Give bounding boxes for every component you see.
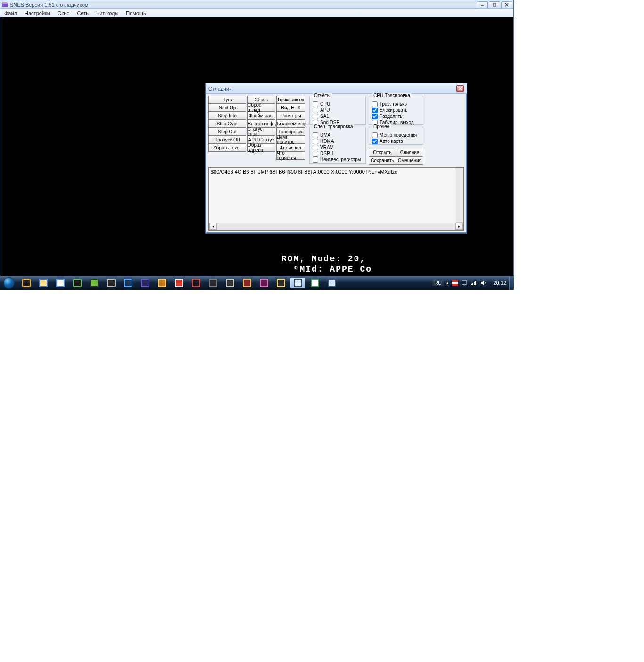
statushelp-button[interactable]: Статус спра. xyxy=(247,128,275,136)
start-button[interactable] xyxy=(0,276,18,290)
addrimage-button[interactable]: Образ адреса xyxy=(247,144,275,152)
gamepad-icon[interactable] xyxy=(206,278,221,288)
utorrent-icon[interactable] xyxy=(307,278,322,288)
emu2-icon[interactable] xyxy=(155,278,170,288)
chk-hdma-box[interactable] xyxy=(313,139,318,144)
chk-automap[interactable]: Авто карта xyxy=(372,138,420,144)
dialog-titlebar[interactable]: Отладчик xyxy=(206,83,467,94)
stepinto-button[interactable]: Step Into xyxy=(208,112,246,120)
minimize-button[interactable] xyxy=(477,1,488,8)
chk-cpu[interactable]: CPU xyxy=(313,101,363,107)
chk-split[interactable]: Разделить xyxy=(372,113,420,119)
reports-legend: Отчёты xyxy=(313,93,332,98)
menu-file[interactable]: Файл xyxy=(0,10,21,16)
chk-block-box[interactable] xyxy=(372,108,378,113)
book-icon[interactable] xyxy=(239,278,255,288)
aimp-icon[interactable] xyxy=(19,278,34,288)
menu-settings[interactable]: Настройки xyxy=(21,10,54,16)
opera-icon[interactable] xyxy=(189,278,204,288)
chk-unkreg[interactable]: Неизвес. регистры xyxy=(313,157,363,163)
dict-icon[interactable] xyxy=(256,278,272,288)
chk-traceonly[interactable]: Трас. только xyxy=(372,101,420,107)
snes-icon-glyph xyxy=(294,279,302,287)
chk-traceonly-box[interactable] xyxy=(372,101,378,107)
dialog-close-button[interactable] xyxy=(456,85,464,92)
run-button[interactable]: Пуск xyxy=(208,96,246,104)
clock[interactable]: 20:12 xyxy=(489,280,506,286)
chk-block[interactable]: Блокировать xyxy=(372,107,420,113)
trace-vscroll[interactable] xyxy=(456,168,463,223)
chk-unkreg-box[interactable] xyxy=(313,157,318,163)
trace-output[interactable]: $00/C496 4C B6 8F JMP $8FB6 [$00:8FB6] A… xyxy=(208,167,464,231)
resetdbg-button[interactable]: Сброс отлад. xyxy=(247,104,275,112)
framecalc-button[interactable]: Фрейм рас. xyxy=(247,112,275,120)
chk-sa1-box[interactable] xyxy=(313,114,318,119)
explorer-icon[interactable] xyxy=(36,278,51,288)
chk-menubeh[interactable]: Меню поведения xyxy=(372,132,420,138)
chk-apu-box[interactable] xyxy=(313,108,318,113)
chk-menubeh-box[interactable] xyxy=(372,132,378,138)
trace-line: $00/C496 4C B6 8F JMP $8FB6 [$00:8FB6] A… xyxy=(211,169,397,174)
scroll-right-icon[interactable]: ▸ xyxy=(455,223,463,230)
stepover-button[interactable]: Step Over xyxy=(208,120,246,128)
flag-icon[interactable] xyxy=(452,280,458,286)
chk-dsp1-box[interactable] xyxy=(313,151,318,157)
chk-vram[interactable]: VRAM xyxy=(313,144,363,150)
volume-icon[interactable] xyxy=(480,280,487,286)
nextop-button[interactable]: Next Op xyxy=(208,104,246,112)
menu-help[interactable]: Помощь xyxy=(122,10,150,16)
app-icon[interactable] xyxy=(223,278,238,288)
chk-automap-box[interactable] xyxy=(372,139,378,144)
titlebar[interactable]: SNES Версия 1.51 с отладчиком xyxy=(0,0,513,9)
whatlost-button[interactable]: Что теряется xyxy=(276,152,305,160)
chk-sa1[interactable]: SA1 xyxy=(313,113,363,119)
registers-button[interactable]: Регистры xyxy=(276,112,305,120)
trace-hscroll[interactable]: ◂ ▸ xyxy=(209,223,463,230)
language-indicator[interactable]: RU xyxy=(432,280,444,286)
action-center-icon[interactable] xyxy=(461,280,468,286)
dc-icon[interactable] xyxy=(70,278,85,288)
palettedump-button[interactable]: Дамп палитры xyxy=(276,136,305,144)
notepad-icon[interactable] xyxy=(324,278,339,288)
chk-cpu-box[interactable] xyxy=(313,101,318,107)
launchy-icon[interactable] xyxy=(172,278,187,288)
foobar-icon[interactable] xyxy=(104,278,119,288)
utorrent-icon-glyph xyxy=(311,279,319,287)
tray-arrow-icon[interactable]: ▴ xyxy=(446,281,449,285)
offsets-button[interactable]: Смещения xyxy=(396,157,423,165)
maximize-button[interactable] xyxy=(489,1,500,8)
menu-net[interactable]: Сеть xyxy=(74,10,92,16)
launchy-icon-glyph xyxy=(175,279,183,287)
disasm-button[interactable]: Дизассемблер xyxy=(276,120,305,128)
show-desktop-button[interactable] xyxy=(509,276,514,290)
emu-icon[interactable] xyxy=(138,278,153,288)
snes-icon[interactable] xyxy=(290,278,305,288)
rom-info-overlay: ROM, Mode: 20, ºMId: APPE Co xyxy=(281,254,372,274)
chk-vram-box[interactable] xyxy=(313,145,318,150)
chk-dma-box[interactable] xyxy=(313,132,318,138)
chk-hdma[interactable]: HDMA xyxy=(313,138,363,144)
network-icon[interactable] xyxy=(471,280,477,286)
chrome-icon[interactable] xyxy=(53,278,68,288)
svg-rect-10 xyxy=(462,281,467,284)
python-icon[interactable] xyxy=(273,278,289,288)
game-icon[interactable] xyxy=(87,278,102,288)
save-button[interactable]: Сохранить xyxy=(369,157,396,165)
stepout-button[interactable]: Step Out xyxy=(208,128,246,136)
merge-button[interactable]: Слияние xyxy=(396,149,423,157)
photoshop-icon[interactable] xyxy=(121,278,136,288)
chk-split-box[interactable] xyxy=(372,114,378,119)
chk-apu[interactable]: APU xyxy=(313,107,363,113)
close-button[interactable] xyxy=(501,1,512,8)
cleartext-button[interactable]: Убрать текст xyxy=(208,144,246,152)
menu-window[interactable]: Окно xyxy=(54,10,74,16)
svg-rect-11 xyxy=(471,284,472,285)
open-button[interactable]: Открыть xyxy=(369,149,396,157)
skipop-button[interactable]: Пропуск ОП xyxy=(208,136,246,144)
chk-dma[interactable]: DMA xyxy=(313,132,363,138)
menu-cheats[interactable]: Чит-коды xyxy=(92,10,122,16)
chk-dsp1[interactable]: DSP-1 xyxy=(313,150,363,157)
scroll-left-icon[interactable]: ◂ xyxy=(209,223,217,230)
hexview-button[interactable]: Вид HEX xyxy=(276,104,305,112)
breakpoints-button[interactable]: Брякпоинты xyxy=(276,96,305,104)
